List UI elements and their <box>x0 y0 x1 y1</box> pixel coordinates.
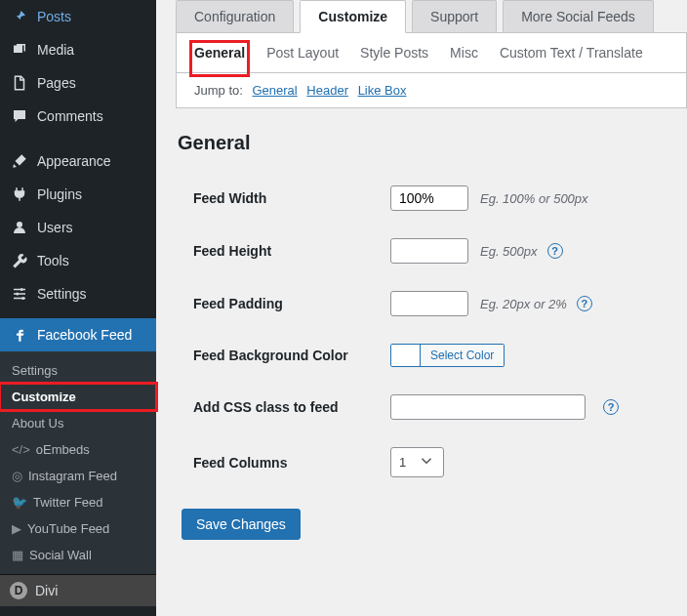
sidebar-item-facebook-feed[interactable]: Facebook Feed <box>0 318 156 351</box>
submenu-youtube-feed[interactable]: ▶YouTube Feed <box>0 515 156 542</box>
comment-icon <box>10 106 29 126</box>
help-icon[interactable]: ? <box>603 399 619 415</box>
sidebar-item-divi[interactable]: DDivi <box>0 574 156 606</box>
plug-icon <box>10 185 29 204</box>
pin-icon <box>10 7 29 26</box>
svg-point-2 <box>21 297 24 300</box>
row-feed-height: Feed Height Eg. 500px ? <box>176 225 687 277</box>
submenu-instagram-feed[interactable]: ◎Instagram Feed <box>0 463 156 489</box>
sidebar-item-settings[interactable]: Settings <box>0 277 156 310</box>
label-feed-padding: Feed Padding <box>176 296 390 311</box>
submenu-oembeds[interactable]: </>oEmbeds <box>0 436 156 463</box>
grid-icon: ▦ <box>12 548 23 562</box>
label-feed-bgcolor: Feed Background Color <box>176 348 390 363</box>
sidebar-item-comments[interactable]: Comments <box>0 100 156 133</box>
help-icon[interactable]: ? <box>577 296 592 311</box>
main-content: Configuration Customize Support More Soc… <box>156 0 687 616</box>
svg-point-0 <box>20 288 23 291</box>
divi-icon: D <box>10 582 27 599</box>
chevron-down-icon <box>418 452 435 472</box>
twitter-icon: 🐦 <box>12 495 27 510</box>
sidebar-item-label: Media <box>37 42 74 58</box>
hint-feed-height: Eg. 500px <box>480 244 538 259</box>
main-tabs: Configuration Customize Support More Soc… <box>176 0 687 33</box>
subtab-post-layout[interactable]: Post Layout <box>266 45 339 72</box>
submenu-about-us[interactable]: About Us <box>0 410 156 436</box>
sub-tabs: General Post Layout Style Posts Misc Cus… <box>176 33 687 73</box>
help-icon[interactable]: ? <box>547 243 563 259</box>
hint-feed-width: Eg. 100% or 500px <box>480 191 588 206</box>
row-feed-cssclass: Add CSS class to feed ? <box>176 381 687 433</box>
tab-support[interactable]: Support <box>412 0 497 32</box>
input-feed-width[interactable] <box>390 185 468 211</box>
sidebar-item-label: Users <box>37 220 73 235</box>
jump-link-general[interactable]: General <box>252 83 297 98</box>
sliders-icon <box>10 284 29 304</box>
row-feed-width: Feed Width Eg. 100% or 500px <box>176 172 687 225</box>
instagram-icon: ◎ <box>12 469 22 483</box>
save-changes-button[interactable]: Save Changes <box>182 509 301 540</box>
label-feed-height: Feed Height <box>176 243 390 259</box>
label-feed-columns: Feed Columns <box>176 455 390 471</box>
section-title-general: General <box>178 132 687 154</box>
sidebar-item-label: Tools <box>37 253 69 268</box>
sidebar-item-tools[interactable]: Tools <box>0 244 156 277</box>
row-feed-padding: Feed Padding Eg. 20px or 2% ? <box>176 277 687 330</box>
submenu-customize[interactable]: Customize <box>0 384 156 410</box>
sidebar-item-appearance[interactable]: Appearance <box>0 144 156 178</box>
row-feed-columns: Feed Columns 1 <box>176 433 687 491</box>
sidebar-item-label: Pages <box>37 75 76 91</box>
jump-to-bar: Jump to: General Header Like Box <box>176 73 687 108</box>
sidebar-item-label: Posts <box>37 9 71 24</box>
submenu-social-wall[interactable]: ▦Social Wall <box>0 542 156 568</box>
color-picker[interactable]: Select Color <box>390 344 505 367</box>
sidebar-item-plugins[interactable]: Plugins <box>0 178 156 211</box>
color-swatch <box>391 345 421 366</box>
label-feed-width: Feed Width <box>176 190 390 206</box>
facebook-feed-submenu: Settings Customize About Us </>oEmbeds ◎… <box>0 351 156 574</box>
admin-sidebar: Posts Media Pages Comments Appearance Pl… <box>0 0 156 616</box>
hint-feed-padding: Eg. 20px or 2% <box>480 297 567 311</box>
subtab-general[interactable]: General <box>194 45 245 72</box>
tab-more-social-feeds[interactable]: More Social Feeds <box>503 0 654 32</box>
sidebar-item-media[interactable]: Media <box>0 33 156 66</box>
sidebar-item-label: Settings <box>37 286 87 302</box>
wrench-icon <box>10 251 29 270</box>
svg-point-1 <box>16 293 19 296</box>
user-icon <box>10 218 29 237</box>
page-icon <box>10 73 29 93</box>
youtube-icon: ▶ <box>12 521 21 536</box>
sidebar-item-pages[interactable]: Pages <box>0 66 156 100</box>
media-icon <box>10 40 29 60</box>
subtab-custom-text[interactable]: Custom Text / Translate <box>500 45 643 72</box>
row-feed-bgcolor: Feed Background Color Select Color <box>176 330 687 381</box>
select-feed-columns[interactable]: 1 <box>390 447 444 477</box>
sidebar-item-label: Facebook Feed <box>37 327 132 343</box>
subtab-style-posts[interactable]: Style Posts <box>360 45 428 72</box>
facebook-icon <box>10 325 29 345</box>
label-feed-cssclass: Add CSS class to feed <box>176 399 390 415</box>
input-feed-height[interactable] <box>390 238 468 264</box>
submenu-settings[interactable]: Settings <box>0 357 156 384</box>
input-feed-padding[interactable] <box>390 291 468 316</box>
select-value: 1 <box>399 455 406 470</box>
sidebar-item-users[interactable]: Users <box>0 211 156 244</box>
jump-link-likebox[interactable]: Like Box <box>358 83 407 98</box>
select-color-button[interactable]: Select Color <box>421 345 504 366</box>
submenu-twitter-feed[interactable]: 🐦Twitter Feed <box>0 489 156 515</box>
sidebar-item-posts[interactable]: Posts <box>0 0 156 33</box>
tab-customize[interactable]: Customize <box>300 0 406 33</box>
subtab-misc[interactable]: Misc <box>450 45 478 72</box>
sidebar-item-label: Plugins <box>37 186 82 202</box>
sidebar-item-label: Appearance <box>37 153 111 169</box>
jump-to-label: Jump to: <box>194 83 243 98</box>
input-feed-cssclass[interactable] <box>390 394 586 420</box>
brush-icon <box>10 151 29 171</box>
tab-configuration[interactable]: Configuration <box>176 0 294 32</box>
code-icon: </> <box>12 442 30 457</box>
jump-link-header[interactable]: Header <box>306 83 348 98</box>
sidebar-item-label: Comments <box>37 108 103 124</box>
sidebar-item-label: Divi <box>35 583 58 598</box>
